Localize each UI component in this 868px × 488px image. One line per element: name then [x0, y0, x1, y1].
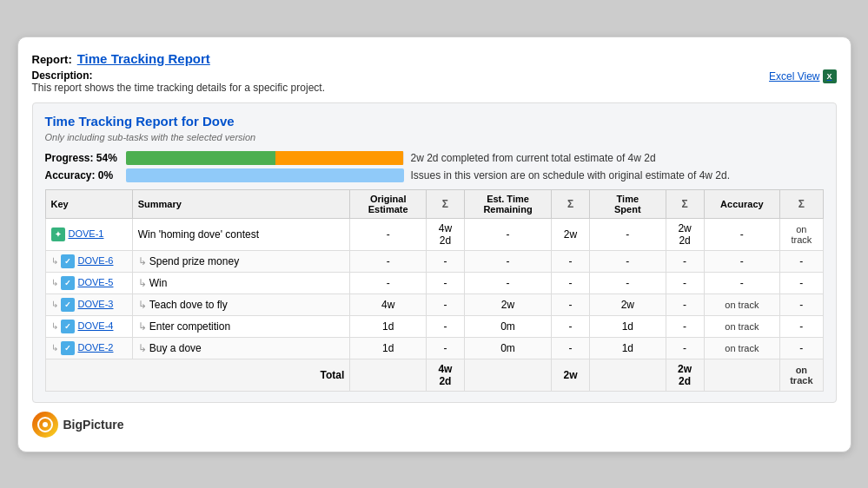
table-row: ↳✓DOVE-5↳Win--------: [45, 272, 823, 293]
cell-ts-sigma: -: [666, 293, 704, 315]
cell-oe: -: [350, 272, 427, 293]
key-link[interactable]: DOVE-4: [78, 320, 114, 331]
cell-er: 2w: [464, 293, 551, 315]
progress-bar: [126, 151, 404, 165]
report-title-row: Report: Time Tracking Report: [32, 51, 837, 66]
task-icon: ✓: [61, 320, 75, 333]
table-row: ↳✓DOVE-4↳Enter competition1d-0m-1d-on tr…: [45, 315, 823, 337]
key-link[interactable]: DOVE-5: [78, 277, 114, 287]
table-row: ↳✓DOVE-2↳Buy a dove1d-0m-1d-on track-: [45, 337, 823, 359]
cell-er: -: [464, 218, 551, 250]
cell-summary: ↳Teach dove to fly: [132, 293, 350, 315]
cell-key: ↳✓DOVE-5: [45, 272, 132, 293]
cell-ts: -: [589, 272, 666, 293]
cell-ts: 2w: [589, 293, 666, 315]
col-key: Key: [45, 189, 132, 218]
summary-indent-icon: ↳: [138, 277, 147, 289]
report-title-link[interactable]: Time Tracking Report: [77, 51, 210, 66]
cell-ts: 1d: [589, 315, 666, 337]
footer-ts: [589, 359, 666, 391]
summary-text: Buy a dove: [149, 342, 202, 354]
excel-view-link[interactable]: Excel View X: [769, 69, 836, 83]
cell-key: ↳✓DOVE-4: [45, 315, 132, 337]
cell-key: ↳✓DOVE-2: [45, 337, 132, 359]
footer-ts-sigma: 2w 2d: [666, 359, 704, 391]
key-link[interactable]: DOVE-6: [78, 255, 114, 266]
cell-oe-sigma: -: [427, 293, 465, 315]
svg-point-1: [43, 422, 48, 427]
cell-oe-sigma: -: [427, 315, 465, 337]
key-link[interactable]: DOVE-1: [69, 228, 104, 239]
excel-link-text: Excel View: [769, 70, 819, 82]
cell-key: ↳✓DOVE-6: [45, 250, 132, 272]
col-time-spent: TimeSpent: [589, 189, 666, 218]
cell-oe: -: [350, 218, 427, 250]
cell-er: -: [464, 272, 551, 293]
cell-acc: on track: [704, 293, 780, 315]
col-acc-sigma: Σ: [780, 189, 823, 218]
description-block: Description: This report shows the time …: [32, 69, 325, 94]
col-accuracy: Accuracy: [704, 189, 780, 218]
row-icon: ↳✓: [51, 320, 75, 333]
cell-oe: 1d: [350, 315, 427, 337]
accuracy-desc: Issues in this version are on schedule w…: [411, 169, 731, 181]
bigpicture-logo-icon: [32, 412, 58, 438]
footer-acc-sigma: on track: [780, 359, 823, 391]
col-est-remaining: Est. TimeRemaining: [464, 189, 551, 218]
footer-logo: BigPicture: [32, 412, 837, 438]
cell-acc-sigma: -: [780, 293, 823, 315]
progress-bar-orange: [275, 151, 403, 165]
row-icon: ↳✓: [51, 254, 75, 268]
table-row: ✦DOVE-1Win 'homing dove' contest-4w 2d-2…: [45, 218, 823, 250]
row-icon: ↳✓: [51, 298, 75, 312]
footer-oe-sigma: 4w 2d: [427, 359, 465, 391]
cell-er-sigma: -: [552, 250, 590, 272]
accuracy-bar: [126, 168, 404, 182]
cell-key: ✦DOVE-1: [45, 218, 132, 250]
summary-text: Win: [149, 277, 168, 289]
accuracy-row: Accuracy: 0% Issues in this version are …: [45, 168, 824, 182]
task-icon: ✓: [61, 254, 75, 268]
task-icon: ✓: [61, 276, 75, 290]
summary-indent-icon: ↳: [138, 320, 147, 333]
bigpicture-brand-name: BigPicture: [63, 418, 124, 432]
section-title: Time Tracking Report for Dove: [45, 114, 824, 129]
cell-er: 0m: [464, 337, 551, 359]
cell-acc: -: [704, 218, 780, 250]
task-icon: ✓: [61, 341, 75, 355]
progress-desc: 2w 2d completed from current total estim…: [411, 152, 656, 164]
cell-er-sigma: -: [552, 315, 590, 337]
row-icon: ✦: [51, 228, 65, 241]
key-link[interactable]: DOVE-2: [78, 342, 114, 353]
progress-bar-green: [126, 151, 276, 165]
cell-oe: 1d: [350, 337, 427, 359]
subtitle-note: Only including sub-tasks with the select…: [45, 132, 824, 142]
table-row: ↳✓DOVE-6↳Spend prize money--------: [45, 250, 823, 272]
cell-acc: on track: [704, 337, 780, 359]
indent-arrow-icon: ↳: [51, 278, 58, 287]
tracking-table: Key Summary OriginalEstimate Σ Est. Time…: [45, 189, 824, 392]
cell-er-sigma: 2w: [552, 218, 590, 250]
cell-summary: ↳Spend prize money: [132, 250, 350, 272]
progress-row: Progress: 54% 2w 2d completed from curre…: [45, 151, 824, 165]
key-link[interactable]: DOVE-3: [78, 299, 114, 309]
indent-arrow-icon: ↳: [51, 300, 58, 309]
cell-acc: -: [704, 272, 780, 293]
cell-acc-sigma: -: [780, 272, 823, 293]
cell-summary: ↳Win: [132, 272, 350, 293]
summary-text: Spend prize money: [149, 255, 239, 267]
cell-ts: -: [589, 218, 666, 250]
col-original-estimate: OriginalEstimate: [350, 189, 427, 218]
cell-acc-sigma: on track: [780, 218, 823, 250]
section-box: Time Tracking Report for Dove Only inclu…: [32, 102, 837, 403]
footer-acc: [704, 359, 780, 391]
description-text: This report shows the time tracking deta…: [32, 82, 325, 94]
cell-key: ↳✓DOVE-3: [45, 293, 132, 315]
cell-oe: 4w: [350, 293, 427, 315]
summary-text: Win 'homing dove' contest: [138, 228, 259, 241]
description-section: Description: This report shows the time …: [32, 69, 837, 94]
footer-er-sigma: 2w: [552, 359, 590, 391]
summary-text: Teach dove to fly: [149, 299, 228, 311]
excel-icon: X: [823, 69, 837, 83]
summary-text: Enter competition: [149, 320, 230, 333]
